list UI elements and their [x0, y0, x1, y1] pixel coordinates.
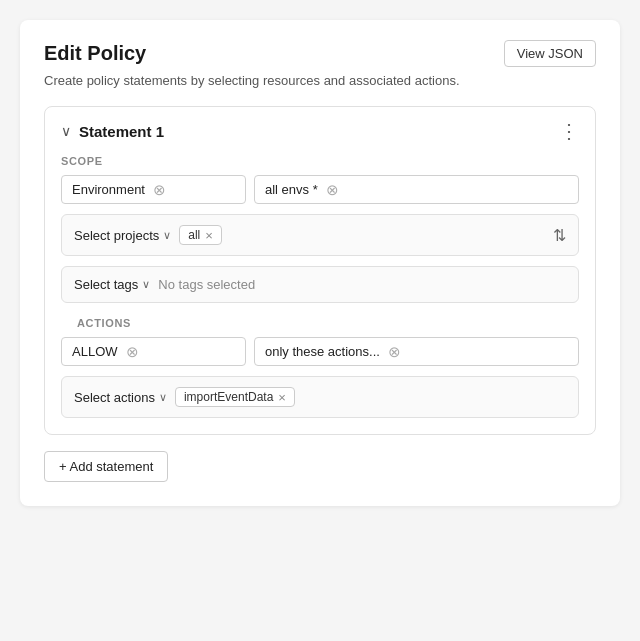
actions-section: ACTIONS ALLOW ⊗ only these actions... ⊗ …	[45, 313, 595, 418]
scope-row: Environment ⊗ all envs * ⊗	[45, 175, 595, 214]
scope-env-select[interactable]: Environment ⊗	[61, 175, 246, 204]
tags-chevron-icon: ∨	[142, 278, 150, 291]
view-json-button[interactable]: View JSON	[504, 40, 596, 67]
statement-title-row: ∨ Statement 1	[61, 123, 164, 140]
tags-filter-left: Select tags ∨ No tags selected	[74, 277, 255, 292]
collapse-icon[interactable]: ∨	[61, 123, 71, 139]
page-subtitle: Create policy statements by selecting re…	[44, 73, 596, 88]
projects-filter-row: Select projects ∨ all × ⇅	[74, 225, 566, 245]
scope-env-value: Environment	[72, 182, 145, 197]
statement-header: ∨ Statement 1 ⋮	[45, 107, 595, 151]
scope-envval-select[interactable]: all envs * ⊗	[254, 175, 579, 204]
actions-type-value: only these actions...	[265, 344, 380, 359]
page-header: Edit Policy View JSON	[44, 40, 596, 67]
projects-chevron-icon: ∨	[163, 229, 171, 242]
edit-policy-page: Edit Policy View JSON Create policy stat…	[20, 20, 620, 506]
no-tags-text: No tags selected	[158, 277, 255, 292]
select-projects-label: Select projects	[74, 228, 159, 243]
statement-title: Statement 1	[79, 123, 164, 140]
actions-chip: importEventData ×	[175, 387, 295, 407]
select-tags-dropdown[interactable]: Select tags ∨	[74, 277, 150, 292]
actions-type-select[interactable]: only these actions... ⊗	[254, 337, 579, 366]
actions-chevron-icon: ∨	[159, 391, 167, 404]
select-projects-dropdown[interactable]: Select projects ∨	[74, 228, 171, 243]
projects-filter-icon[interactable]: ⇅	[553, 226, 566, 245]
scope-envval-clear-icon[interactable]: ⊗	[326, 182, 339, 197]
projects-chip: all ×	[179, 225, 222, 245]
tags-filter-row: Select tags ∨ No tags selected	[74, 277, 566, 292]
select-actions-dropdown[interactable]: Select actions ∨	[74, 390, 167, 405]
actions-allow-value: ALLOW	[72, 344, 118, 359]
actions-allow-clear-icon[interactable]: ⊗	[126, 344, 139, 359]
projects-chip-remove-icon[interactable]: ×	[205, 229, 213, 242]
more-options-icon[interactable]: ⋮	[559, 121, 579, 141]
actions-allow-select[interactable]: ALLOW ⊗	[61, 337, 246, 366]
projects-filter-left: Select projects ∨ all ×	[74, 225, 222, 245]
select-actions-label: Select actions	[74, 390, 155, 405]
actions-chip-remove-icon[interactable]: ×	[278, 391, 286, 404]
actions-row: ALLOW ⊗ only these actions... ⊗	[61, 337, 579, 366]
actions-type-clear-icon[interactable]: ⊗	[388, 344, 401, 359]
select-tags-label: Select tags	[74, 277, 138, 292]
scope-envval-value: all envs *	[265, 182, 318, 197]
statement-card: ∨ Statement 1 ⋮ SCOPE Environment ⊗ all …	[44, 106, 596, 435]
actions-label: ACTIONS	[61, 313, 579, 337]
select-actions-area: Select actions ∨ importEventData ×	[61, 376, 579, 418]
scope-env-clear-icon[interactable]: ⊗	[153, 182, 166, 197]
add-statement-button[interactable]: + Add statement	[44, 451, 168, 482]
projects-filter-area: Select projects ∨ all × ⇅	[61, 214, 579, 256]
scope-label: SCOPE	[45, 151, 595, 175]
page-title: Edit Policy	[44, 42, 146, 65]
actions-chip-label: importEventData	[184, 390, 273, 404]
add-statement-label: + Add statement	[59, 459, 153, 474]
projects-chip-label: all	[188, 228, 200, 242]
tags-filter-area: Select tags ∨ No tags selected	[61, 266, 579, 303]
